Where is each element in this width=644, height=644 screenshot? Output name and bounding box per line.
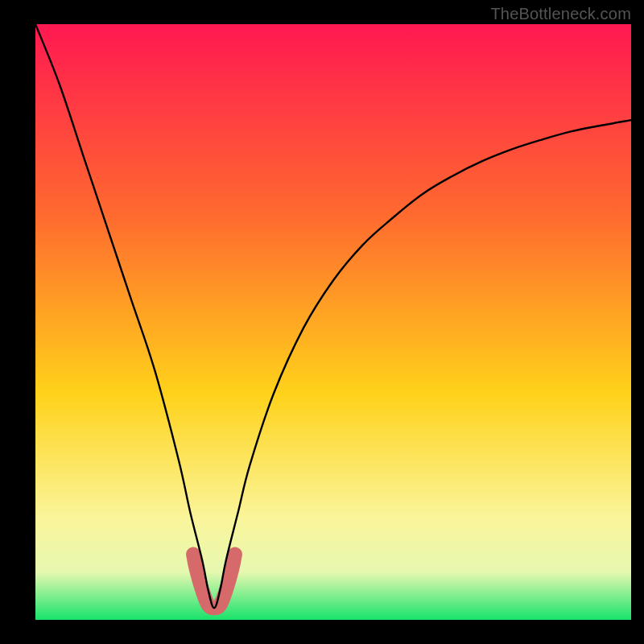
watermark-text: TheBottleneck.com — [490, 5, 631, 23]
highlight-path — [193, 555, 235, 609]
plot-area — [35, 24, 631, 620]
bottleneck-curve-path — [35, 24, 631, 608]
curve-layer — [35, 24, 631, 620]
chart-frame: TheBottleneck.com — [0, 0, 644, 644]
